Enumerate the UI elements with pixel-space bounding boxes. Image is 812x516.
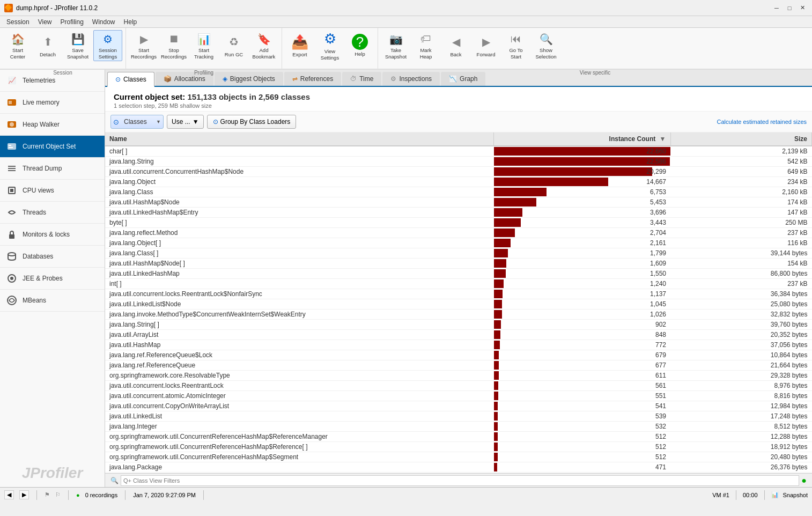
calculate-retained-sizes-link[interactable]: Calculate estimated retained sizes: [717, 119, 807, 125]
sidebar-item-live-memory[interactable]: Live memory: [0, 92, 105, 114]
instance-count-cell: 14,667: [494, 177, 670, 187]
session-settings-button[interactable]: ⚙ SessionSettings: [93, 30, 122, 61]
close-button[interactable]: ✕: [797, 3, 808, 13]
table-row[interactable]: org.springframework.util.ConcurrentRefer…: [105, 442, 812, 452]
take-snapshot-button[interactable]: 📷 TakeSnapshot: [381, 30, 410, 61]
count-bar: [494, 402, 498, 410]
sidebar-item-monitors-locks[interactable]: Monitors & locks: [0, 224, 105, 246]
object-set-subtitle: 1 selection step, 259 MB shallow size: [114, 102, 803, 109]
table-row[interactable]: java.util.LinkedList$Node1,04525,080 byt…: [105, 299, 812, 309]
table-row[interactable]: java.lang.Class6,7532,160 kB: [105, 187, 812, 197]
menu-help[interactable]: Help: [120, 17, 142, 27]
nav-back-button[interactable]: ◀: [4, 490, 14, 499]
table-row[interactable]: java.lang.ref.ReferenceQueue$Lock67910,8…: [105, 350, 812, 360]
group-by-class-loaders-button[interactable]: ⊙ Group By Class Loaders: [207, 115, 297, 129]
svg-rect-12: [9, 234, 14, 239]
table-row[interactable]: java.util.concurrent.locks.ReentrantLock…: [105, 381, 812, 391]
table-row[interactable]: java.util.concurrent.ConcurrentHashMap$N…: [105, 167, 812, 177]
start-recordings-button[interactable]: ▶ StartRecordings: [129, 30, 158, 61]
table-row[interactable]: java.lang.Integer5328,512 bytes: [105, 422, 812, 432]
save-snapshot-button[interactable]: 💾 SaveSnapshot: [63, 30, 92, 61]
table-row[interactable]: java.lang.Object14,667234 kB: [105, 177, 812, 187]
table-wrap[interactable]: Name Instance Count ▼ Size char[ ]22,660…: [105, 132, 812, 473]
table-row[interactable]: java.lang.invoke.MethodType$ConcurrentWe…: [105, 309, 812, 320]
table-row[interactable]: java.util.HashMap$Node5,453174 kB: [105, 197, 812, 208]
sidebar-item-mbeans[interactable]: MBeans: [0, 290, 105, 312]
size-cell: 39,760 bytes: [670, 320, 812, 330]
detach-button[interactable]: ⬆ Detach: [33, 30, 62, 61]
size-cell: 237 kB: [670, 228, 812, 238]
maximize-button[interactable]: □: [784, 3, 795, 13]
misc-group-label: [282, 69, 378, 77]
table-row[interactable]: java.util.concurrent.CopyOnWriteArrayLis…: [105, 401, 812, 411]
sidebar-item-jee-probes[interactable]: JEE & Probes: [0, 268, 105, 290]
sidebar-item-thread-dump[interactable]: Thread Dump: [0, 158, 105, 180]
forward-button[interactable]: ▶ Forward: [471, 30, 500, 61]
detach-icon: ⬆: [39, 33, 56, 50]
table-row[interactable]: java.lang.Class[ ]1,79939,144 bytes: [105, 248, 812, 259]
table-row[interactable]: java.util.concurrent.atomic.AtomicIntege…: [105, 391, 812, 401]
count-bar: [494, 412, 498, 421]
table-row[interactable]: java.lang.Package47126,376 bytes: [105, 462, 812, 473]
table-row[interactable]: int[ ]1,240237 kB: [105, 279, 812, 289]
instance-count-column-header[interactable]: Instance Count ▼: [494, 132, 670, 146]
stop-recordings-button[interactable]: ⏹ StopRecordings: [159, 30, 188, 61]
use-button[interactable]: Use ... ▼: [167, 115, 204, 129]
table-row[interactable]: java.lang.Object[ ]2,161116 kB: [105, 238, 812, 248]
svg-rect-4: [8, 143, 16, 150]
table-row[interactable]: java.lang.String[ ]90239,760 bytes: [105, 320, 812, 330]
go-to-start-button[interactable]: ⏮ Go ToStart: [501, 30, 530, 61]
sidebar-item-threads[interactable]: Threads: [0, 202, 105, 224]
menu-profiling[interactable]: Profiling: [56, 17, 88, 27]
classes-dropdown-wrap: ⊙ Classes Packages ▼: [110, 115, 164, 129]
nav-forward-button[interactable]: ▶: [19, 490, 29, 499]
class-name-cell: java.util.LinkedHashMap$Entry: [105, 208, 494, 218]
minimize-button[interactable]: ─: [771, 3, 782, 13]
add-bookmark-button[interactable]: 🔖 AddBookmark: [249, 30, 278, 61]
start-tracking-button[interactable]: 📊 StartTracking: [189, 30, 218, 61]
size-cell: 12,288 bytes: [670, 432, 812, 442]
back-button[interactable]: ◀ Back: [441, 30, 470, 61]
table-row[interactable]: org.springframework.core.ResolvableType6…: [105, 371, 812, 381]
table-row[interactable]: java.util.ArrayList84820,352 bytes: [105, 330, 812, 340]
toolbar-group-session: 🏠 StartCenter ⬆ Detach 💾 SaveSnapshot ⚙ …: [0, 28, 126, 69]
count-bar: [494, 443, 498, 451]
table-row[interactable]: org.springframework.util.ConcurrentRefer…: [105, 452, 812, 462]
run-gc-button[interactable]: ♻ Run GC: [219, 30, 248, 61]
export-button[interactable]: 📤 Export: [285, 30, 314, 61]
name-column-header[interactable]: Name: [105, 132, 494, 146]
table-row[interactable]: java.util.HashMap77237,056 bytes: [105, 340, 812, 350]
table-row[interactable]: byte[ ]3,443250 MB: [105, 218, 812, 228]
svg-rect-6: [9, 147, 13, 148]
sidebar-item-heap-walker[interactable]: Heap Walker: [0, 114, 105, 136]
table-row[interactable]: java.util.LinkedHashMap$Entry3,696147 kB: [105, 208, 812, 218]
size-column-header[interactable]: Size: [670, 132, 812, 146]
sidebar-item-cpu-views[interactable]: CPU views: [0, 180, 105, 202]
table-row[interactable]: java.util.LinkedHashMap1,55086,800 bytes: [105, 269, 812, 279]
table-row[interactable]: java.util.LinkedList53917,248 bytes: [105, 411, 812, 422]
mark-heap-button[interactable]: 🏷 MarkHeap: [411, 30, 440, 61]
size-cell: 234 kB: [670, 177, 812, 187]
sidebar-item-current-object-set[interactable]: Current Object Set: [0, 136, 105, 158]
table-row[interactable]: java.util.concurrent.locks.ReentrantLock…: [105, 289, 812, 299]
table-row[interactable]: java.util.HashMap$Node[ ]1,609154 kB: [105, 259, 812, 269]
menu-view[interactable]: View: [34, 17, 56, 27]
view-settings-button[interactable]: ⚙ ViewSettings: [315, 30, 344, 61]
view-settings-icon: ⚙: [321, 31, 338, 47]
start-center-button[interactable]: 🏠 StartCenter: [3, 30, 32, 61]
menu-window[interactable]: Window: [88, 17, 120, 27]
toolbar: 🏠 StartCenter ⬆ Detach 💾 SaveSnapshot ⚙ …: [0, 28, 812, 70]
table-row[interactable]: java.lang.reflect.Method2,704237 kB: [105, 228, 812, 238]
table-row[interactable]: char[ ]22,6602,139 kB: [105, 146, 812, 157]
sidebar-item-databases[interactable]: Databases: [0, 246, 105, 268]
menu-session[interactable]: Session: [2, 17, 34, 27]
classes-dropdown[interactable]: Classes Packages: [110, 115, 164, 129]
mbeans-icon: [5, 294, 18, 307]
table-row[interactable]: org.springframework.util.ConcurrentRefer…: [105, 432, 812, 442]
table-row[interactable]: java.lang.String22,586542 kB: [105, 157, 812, 167]
count-bar: [494, 432, 498, 441]
show-selection-button[interactable]: 🔍 ShowSelection: [532, 30, 560, 61]
help-button[interactable]: ? Help: [345, 30, 374, 61]
table-row[interactable]: java.lang.ref.ReferenceQueue67721,664 by…: [105, 360, 812, 371]
class-filter-input[interactable]: [121, 475, 799, 486]
